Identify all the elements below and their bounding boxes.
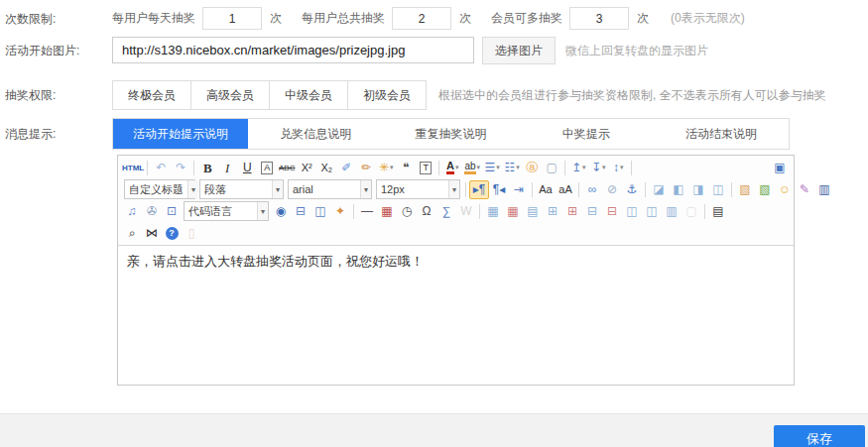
date-icon[interactable]: ▦ xyxy=(377,202,397,221)
underline-icon[interactable]: U xyxy=(237,159,257,177)
format-brush-icon[interactable]: ✏ xyxy=(356,159,376,177)
strikethrough-icon[interactable]: ABC xyxy=(277,159,297,177)
subscript-icon[interactable]: X₂ xyxy=(316,159,336,177)
formula-icon[interactable]: ∑ xyxy=(436,202,456,221)
search-replace-icon[interactable]: ⋈ xyxy=(142,224,162,243)
preview-icon[interactable]: ⌕ xyxy=(122,224,142,243)
special-char-icon[interactable]: Ω xyxy=(417,202,436,221)
line-height-icon[interactable]: ↕▾ xyxy=(608,159,628,177)
insert-image-icon[interactable]: ▧ xyxy=(735,180,755,199)
screenshot-icon[interactable]: ✦ xyxy=(330,202,350,221)
row-spacing-bottom-icon[interactable]: ↧▾ xyxy=(588,159,608,177)
toolbar-separator xyxy=(353,204,354,219)
limit-count-input[interactable] xyxy=(392,7,451,30)
fullscreen-icon[interactable]: ▣ xyxy=(770,159,790,177)
image-row-label: 活动开始图片: xyxy=(0,37,112,64)
toolbar-separator xyxy=(564,161,565,175)
lowercase-icon[interactable]: aA xyxy=(556,180,575,199)
font-border-icon[interactable]: A xyxy=(257,159,277,177)
message-tab[interactable]: 活动结束说明 xyxy=(654,119,789,149)
image-align-left-icon[interactable]: ◧ xyxy=(669,180,688,199)
font-color-icon[interactable]: A▾ xyxy=(442,159,462,177)
music-icon[interactable]: ♫ xyxy=(122,202,142,221)
toolbar-separator xyxy=(645,182,646,197)
ordered-list-icon[interactable]: ☰▾ xyxy=(482,159,502,177)
split-cells-col-icon[interactable]: ▥ xyxy=(662,202,682,221)
pick-image-button[interactable]: 选择图片 xyxy=(482,37,556,64)
anchor-icon[interactable]: ⚓ xyxy=(622,180,642,199)
emotion-icon[interactable]: ☺ xyxy=(775,180,795,199)
delete-table-icon[interactable]: ▦ xyxy=(503,202,523,221)
member-group-button[interactable]: 高级会员 xyxy=(190,80,270,110)
indent-icon[interactable]: ⇥ xyxy=(509,180,529,199)
member-group-button[interactable]: 初级会员 xyxy=(347,80,427,110)
toolbar-separator xyxy=(704,204,705,219)
image-url-input[interactable] xyxy=(112,37,474,63)
member-group-button[interactable]: 终极会员 xyxy=(112,80,191,110)
link-icon[interactable]: ∞ xyxy=(582,180,602,199)
html-source-icon[interactable]: HTML xyxy=(122,159,144,177)
paste-text-icon[interactable]: T xyxy=(416,159,435,177)
video-icon[interactable]: ▥ xyxy=(814,180,834,199)
insert-row-icon[interactable]: ⊞ xyxy=(543,202,562,221)
attachment-icon[interactable]: ✇ xyxy=(142,202,162,221)
italic-icon[interactable]: I xyxy=(217,159,237,177)
auto-typeset-icon[interactable]: ✳▾ xyxy=(376,159,396,177)
page-break-icon[interactable]: ⊟ xyxy=(291,202,310,221)
message-row-label: 消息提示: xyxy=(0,118,112,150)
horizontal-rule-icon[interactable]: — xyxy=(357,202,377,221)
font-size-select[interactable]: 12px▾ xyxy=(376,179,460,199)
image-align-none-icon[interactable]: ◪ xyxy=(649,180,669,199)
time-icon[interactable]: ◷ xyxy=(397,202,417,221)
permission-row-label: 抽奖权限: xyxy=(0,80,112,110)
insert-col-icon[interactable]: ⊞ xyxy=(562,202,582,221)
limit-count-input[interactable] xyxy=(202,7,262,30)
delete-row-icon[interactable]: ⊟ xyxy=(582,202,602,221)
code-language-select[interactable]: 代码语言▾ xyxy=(184,201,269,221)
delete-col-icon[interactable]: ⊟ xyxy=(602,202,622,221)
paragraph-select[interactable]: 段落▾ xyxy=(199,179,284,199)
bold-icon[interactable]: B xyxy=(197,159,217,177)
limit-count-input[interactable] xyxy=(569,7,629,30)
new-page-icon[interactable]: ▢ xyxy=(542,159,561,177)
image-align-center-icon[interactable]: ◫ xyxy=(708,180,728,199)
insert-columns-icon[interactable]: ◫ xyxy=(310,202,330,221)
split-cells-row-icon[interactable]: ◫ xyxy=(642,202,662,221)
scrawl-icon[interactable]: ✎ xyxy=(795,180,814,199)
dir-rtl-icon[interactable]: ¶◂ xyxy=(489,180,509,199)
select-all-icon[interactable]: ⓐ xyxy=(522,159,542,177)
image-align-right-icon[interactable]: ◨ xyxy=(688,180,708,199)
message-row: 消息提示: 活动开始提示说明兑奖信息说明重复抽奖说明中奖提示活动结束说明 xyxy=(0,118,868,150)
custom-title-select[interactable]: 自定义标题▾ xyxy=(124,179,195,199)
print-icon[interactable]: ▤ xyxy=(708,202,728,221)
editor-toolbar: HTML↶↷BIUAABCX²X₂✐✏✳▾❝TA▾ab▾☰▾☷▾ⓐ▢↥▾↧▾↕▾… xyxy=(118,156,794,246)
superscript-icon[interactable]: X² xyxy=(297,159,316,177)
back-color-icon[interactable]: ab▾ xyxy=(462,159,482,177)
message-tab[interactable]: 兑奖信息说明 xyxy=(248,119,383,149)
insert-table-icon[interactable]: ▦ xyxy=(483,202,503,221)
row-spacing-top-icon[interactable]: ↥▾ xyxy=(568,159,588,177)
unlink-icon[interactable]: ⊘ xyxy=(602,180,622,199)
message-tab[interactable]: 活动开始提示说明 xyxy=(113,119,248,149)
uppercase-icon[interactable]: Aa xyxy=(536,180,556,199)
table-title-icon[interactable]: ▤ xyxy=(523,202,543,221)
image-row: 活动开始图片: 选择图片 微信上回复转盘的显示图片 xyxy=(0,37,868,64)
unordered-list-icon[interactable]: ☷▾ xyxy=(502,159,522,177)
help-icon[interactable]: ? xyxy=(162,224,182,243)
member-group-button[interactable]: 中级会员 xyxy=(269,80,348,110)
font-family-select[interactable]: arial▾ xyxy=(288,179,372,199)
dir-ltr-icon[interactable]: ▸¶ xyxy=(469,180,489,199)
blockquote-icon[interactable]: ❝ xyxy=(396,159,416,177)
permission-note: 根据选中的会员组进行参与抽奖资格限制, 全不选表示所有人可以参与抽奖 xyxy=(438,80,826,110)
save-button[interactable]: 保存 xyxy=(774,425,865,447)
insert-code-icon[interactable]: ◉ xyxy=(271,202,291,221)
message-tab[interactable]: 重复抽奖说明 xyxy=(383,119,518,149)
editor-content[interactable]: 亲，请点击进入大转盘抽奖活动页面，祝您好运哦！ xyxy=(118,246,794,384)
message-tab[interactable]: 中奖提示 xyxy=(519,119,654,149)
undo-icon[interactable]: ↶ xyxy=(151,159,171,177)
merge-cells-icon[interactable]: ◫ xyxy=(622,202,642,221)
insert-iframe-icon[interactable]: ⊡ xyxy=(162,202,182,221)
remove-format-icon[interactable]: ✐ xyxy=(336,159,356,177)
upload-image-icon[interactable]: ▧ xyxy=(755,180,775,199)
redo-icon[interactable]: ↷ xyxy=(171,159,190,177)
